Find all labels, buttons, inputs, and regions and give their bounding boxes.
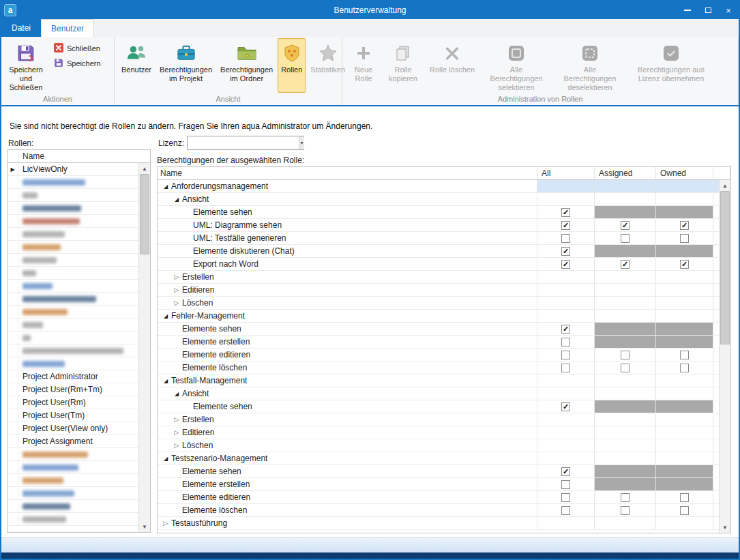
all-checkbox[interactable] <box>561 506 570 515</box>
collapse-icon[interactable]: ◢ <box>171 196 182 203</box>
roles-scroll-track[interactable] <box>139 174 150 521</box>
assigned-checkbox[interactable] <box>621 234 630 243</box>
all-checkbox[interactable]: ✓ <box>561 221 570 230</box>
permission-row[interactable]: ▷Löschen <box>158 439 719 452</box>
permission-row[interactable]: ◢Ansicht <box>158 193 719 206</box>
expand-icon[interactable]: ▷ <box>171 416 182 423</box>
assigned-checkbox[interactable] <box>621 364 630 372</box>
column-header-assigned[interactable]: Assigned <box>595 167 656 179</box>
all-checkbox[interactable]: ✓ <box>561 208 570 217</box>
assigned-checkbox[interactable]: ✓ <box>621 260 630 269</box>
collapse-icon[interactable]: ◢ <box>171 391 182 397</box>
license-combobox[interactable]: ▼ <box>187 136 304 150</box>
role-list-item[interactable]: Project User(Tm) <box>8 409 138 422</box>
role-list-item[interactable] <box>8 306 138 319</box>
role-list-item[interactable] <box>8 331 138 344</box>
save-button[interactable]: Speichern <box>50 56 104 71</box>
collapse-icon[interactable]: ◢ <box>160 456 171 462</box>
permissions-scrollbar[interactable]: ▲ ▼ <box>719 180 730 533</box>
role-list-item[interactable] <box>8 357 138 370</box>
close-button[interactable]: Schließen <box>50 41 104 56</box>
all-checkbox[interactable] <box>561 234 570 243</box>
close-window-button[interactable]: × <box>718 1 739 19</box>
collapse-icon[interactable]: ◢ <box>160 183 171 190</box>
permission-row[interactable]: ◢Ansicht <box>158 387 719 400</box>
role-list-item[interactable]: Project User(View only) <box>8 422 138 435</box>
owned-checkbox[interactable]: ✓ <box>680 260 689 269</box>
neue-rolle-button[interactable]: Neue Rolle <box>346 38 381 93</box>
permission-row[interactable]: ▷Editieren <box>158 426 719 439</box>
role-list-item[interactable] <box>8 280 138 293</box>
role-list-item[interactable] <box>8 448 138 461</box>
role-list-item[interactable]: Project User(Rm) <box>8 396 138 409</box>
role-list-item[interactable] <box>8 189 138 202</box>
permission-row[interactable]: UML: Testfälle generieren <box>158 232 719 245</box>
collapse-icon[interactable]: ◢ <box>160 378 171 384</box>
permission-row[interactable]: ◢Fehler-Management <box>158 310 719 323</box>
roles-scroll-thumb[interactable] <box>140 174 149 254</box>
column-header-name[interactable]: Name <box>158 167 537 179</box>
berechtigungen-im-projekt-button[interactable]: Berechtigungen im Projekt <box>156 38 216 93</box>
permission-row[interactable]: Elemente sehen✓ <box>158 465 719 478</box>
scroll-up-icon[interactable]: ▲ <box>720 180 730 191</box>
assigned-checkbox[interactable]: ✓ <box>621 221 630 230</box>
all-checkbox[interactable] <box>561 480 570 489</box>
expand-icon[interactable]: ▷ <box>160 520 171 527</box>
role-list-item[interactable]: ▶LicViewOnly <box>8 163 138 176</box>
rolle-loeschen-button[interactable]: Rolle löschen <box>425 38 479 93</box>
permission-row[interactable]: ▷Erstellen <box>158 271 719 284</box>
permission-row[interactable]: UML: Diagramme sehen✓✓✓ <box>158 219 719 232</box>
tab-benutzer[interactable]: Benutzer <box>41 19 94 37</box>
assigned-checkbox[interactable] <box>621 351 630 359</box>
expand-icon[interactable]: ▷ <box>171 274 182 280</box>
permission-row[interactable]: Elemente editieren <box>158 349 719 362</box>
rollen-button[interactable]: Rollen <box>278 38 306 93</box>
permissions-scroll-track[interactable] <box>720 191 730 522</box>
permission-row[interactable]: ▷Erstellen <box>158 413 719 426</box>
minimize-button[interactable] <box>677 1 698 19</box>
permission-row[interactable]: Elemente sehen✓ <box>158 400 719 413</box>
collapse-icon[interactable]: ◢ <box>160 313 171 319</box>
permission-row[interactable]: ▷Testausführung <box>158 517 719 530</box>
all-checkbox[interactable]: ✓ <box>561 325 570 334</box>
scroll-down-icon[interactable]: ▼ <box>139 521 150 532</box>
all-checkbox[interactable] <box>561 351 570 359</box>
owned-checkbox[interactable] <box>680 351 689 359</box>
scroll-up-icon[interactable]: ▲ <box>139 163 150 174</box>
permission-row[interactable]: Elemente löschen <box>158 504 719 517</box>
role-list-item[interactable]: Project User(Rm+Tm) <box>8 383 138 396</box>
permission-row[interactable]: Elemente editieren <box>158 491 719 504</box>
permission-row[interactable]: Export nach Word✓✓✓ <box>158 258 719 271</box>
benutzer-button[interactable]: Benutzer <box>118 38 155 93</box>
expand-icon[interactable]: ▷ <box>171 429 182 436</box>
roles-scrollbar[interactable]: ▲ ▼ <box>138 163 150 532</box>
alle-berechtigungen-selektieren-button[interactable]: Alle Berechtigungen selektieren <box>481 38 552 93</box>
owned-checkbox[interactable]: ✓ <box>680 221 689 230</box>
scroll-down-icon[interactable]: ▼ <box>720 522 730 533</box>
all-checkbox[interactable]: ✓ <box>561 260 570 269</box>
assigned-checkbox[interactable] <box>621 493 630 502</box>
berechtigungen-im-ordner-button[interactable]: Berechtigungen im Ordner <box>217 38 276 93</box>
all-checkbox[interactable]: ✓ <box>561 247 570 256</box>
all-checkbox[interactable]: ✓ <box>561 402 570 411</box>
all-checkbox[interactable] <box>561 493 570 502</box>
column-header-all[interactable]: All <box>537 167 595 179</box>
role-list-item[interactable] <box>8 267 138 280</box>
role-list-item[interactable] <box>8 228 138 241</box>
permission-row[interactable]: ▷Löschen <box>158 297 719 310</box>
save-and-close-button[interactable]: Speichern und Schließen <box>5 38 47 93</box>
role-list-item[interactable]: Project Administrator <box>8 370 138 383</box>
berechtigungen-aus-lizenz-uebernehmen-button[interactable]: Berechtigungen aus Lizenz übernehmen <box>628 38 714 93</box>
column-header-owned[interactable]: Owned <box>656 167 713 179</box>
permission-row[interactable]: ◢Testszenario-Management <box>158 452 719 465</box>
permission-row[interactable]: Elemente sehen✓ <box>158 323 719 336</box>
role-list-item[interactable] <box>8 319 138 331</box>
all-checkbox[interactable] <box>561 364 570 372</box>
role-list-item[interactable] <box>8 461 138 474</box>
permission-row[interactable]: Elemente erstellen <box>158 478 719 491</box>
permission-row[interactable]: Elemente erstellen <box>158 336 719 349</box>
license-input[interactable] <box>188 136 299 149</box>
owned-checkbox[interactable] <box>680 506 689 515</box>
role-list-item[interactable] <box>8 293 138 306</box>
owned-checkbox[interactable] <box>680 234 689 243</box>
